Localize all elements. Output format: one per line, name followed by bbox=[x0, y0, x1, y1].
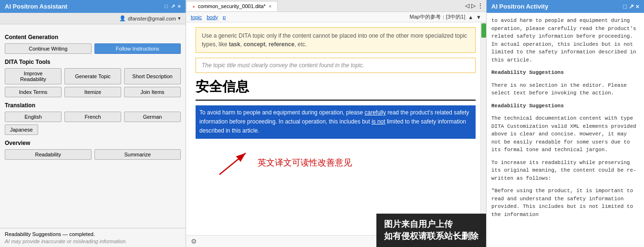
dita-tools-row2: Index Terms Itemize Join Items bbox=[5, 87, 181, 97]
right-panel: AI Positron Activity □ ↗ × to avoid harm… bbox=[487, 0, 644, 247]
tab-bar: ● common_security_0001.dita* × ◁ ▷ ⋮ bbox=[186, 0, 486, 12]
annotation-label: 英文译文可读性改善意见 bbox=[258, 157, 352, 168]
right-panel-header: AI Positron Activity □ ↗ × bbox=[487, 0, 644, 13]
scroll-thumb bbox=[481, 23, 486, 38]
right-section-1-head: Readability Suggestions bbox=[491, 69, 639, 77]
short-description-button[interactable]: Short Description bbox=[124, 68, 181, 84]
annotation-area: 英文译文可读性改善意见 bbox=[196, 148, 476, 177]
right-maximize-icon[interactable]: ↗ bbox=[629, 3, 634, 10]
dita-tools-row1: Improve Readability Generate Topic Short… bbox=[5, 68, 181, 84]
middle-panel: ● common_security_0001.dita* × ◁ ▷ ⋮ top… bbox=[186, 0, 487, 247]
german-button[interactable]: German bbox=[124, 112, 181, 122]
overview-row1: Readability Summarize bbox=[5, 149, 181, 160]
user-bar: 👤 dfanster@gmail.com ▾ bbox=[0, 13, 186, 24]
editor-footer: ⚙ bbox=[186, 235, 486, 247]
right-panel-title: AI Positron Activity bbox=[491, 3, 548, 10]
topic-title: 安全信息 bbox=[196, 78, 476, 101]
breadcrumb-body[interactable]: body bbox=[207, 14, 218, 20]
right-section-3-quote: "Before using the product, it is importa… bbox=[491, 187, 639, 218]
right-section-2-body: The technical documentation content with… bbox=[491, 114, 639, 154]
english-button[interactable]: English bbox=[5, 112, 62, 122]
warning-text: Use a generic DITA topic only if the con… bbox=[202, 32, 467, 48]
translation-row1: English French German bbox=[5, 112, 181, 122]
breadcrumb-left: topic body p bbox=[191, 14, 226, 20]
breadcrumb-right: Map中的参考：[3中的1] ▲ ▼ bbox=[409, 13, 481, 21]
content-generation-label: Content Generation bbox=[5, 34, 181, 41]
follow-instructions-button[interactable]: Follow Instructions bbox=[94, 43, 181, 54]
maximize-icon[interactable]: ↗ bbox=[171, 3, 175, 10]
user-dropdown-icon[interactable]: ▾ bbox=[178, 15, 181, 21]
disclaimer-text: AI may provide inaccurate or misleading … bbox=[5, 238, 181, 244]
left-panel-title: AI Positron Assistant bbox=[5, 3, 67, 10]
active-tab[interactable]: ● common_security_0001.dita* × bbox=[186, 1, 278, 11]
selected-paragraph: To avoid harm to people and equipment du… bbox=[196, 105, 476, 139]
right-close-icon[interactable]: × bbox=[635, 3, 639, 10]
itemize-button[interactable]: Itemize bbox=[64, 87, 121, 97]
close-icon[interactable]: × bbox=[178, 3, 181, 10]
readability-button[interactable]: Readability bbox=[5, 149, 92, 160]
left-panel-header: AI Positron Assistant □ ↗ × bbox=[0, 0, 186, 13]
japanese-button[interactable]: Japanese bbox=[5, 124, 38, 135]
generate-topic-button[interactable]: Generate Topic bbox=[64, 68, 121, 84]
right-section-2-head: Readability Suggestions bbox=[491, 102, 639, 110]
translation-label: Translation bbox=[5, 102, 181, 109]
status-text: Readability Suggestions — completed. bbox=[5, 231, 181, 237]
overview-label: Overview bbox=[5, 140, 181, 146]
scroll-bar[interactable] bbox=[480, 22, 486, 235]
join-items-button[interactable]: Join Items bbox=[124, 87, 181, 97]
editor-area[interactable]: Use a generic DITA topic only if the con… bbox=[186, 22, 486, 235]
left-panel-content: Content Generation Continue Writing Foll… bbox=[0, 24, 186, 228]
continue-writing-button[interactable]: Continue Writing bbox=[5, 43, 92, 54]
tab-nav-right-icon[interactable]: ▷ bbox=[471, 2, 476, 9]
right-content-intro: to avoid harm to people and equipment du… bbox=[491, 17, 639, 64]
minimize-icon[interactable]: □ bbox=[165, 3, 168, 10]
tab-close-icon[interactable]: × bbox=[269, 3, 271, 9]
tab-nav-icons: ◁ ▷ ⋮ bbox=[462, 0, 486, 11]
tab-nav-menu-icon[interactable]: ⋮ bbox=[478, 2, 483, 9]
summarize-button[interactable]: Summarize bbox=[94, 149, 181, 160]
right-section-3-intro: To increase its readability while preser… bbox=[491, 159, 639, 183]
breadcrumb-down-icon[interactable]: ▼ bbox=[476, 14, 481, 20]
tab-modified-dot: ● bbox=[192, 4, 195, 9]
left-panel: AI Positron Assistant □ ↗ × 👤 dfanster@g… bbox=[0, 0, 186, 247]
index-terms-button[interactable]: Index Terms bbox=[5, 87, 62, 97]
info-text: The topic title must clearly convey the … bbox=[202, 62, 364, 69]
right-panel-header-icons: □ ↗ × bbox=[623, 3, 639, 10]
right-minimize-icon[interactable]: □ bbox=[623, 3, 627, 10]
gear-icon[interactable]: ⚙ bbox=[191, 237, 197, 245]
svg-line-1 bbox=[219, 153, 246, 175]
breadcrumb-topic[interactable]: topic bbox=[191, 14, 202, 20]
left-footer: Readability Suggestions — completed. AI … bbox=[0, 228, 186, 247]
french-button[interactable]: French bbox=[64, 112, 121, 122]
tab-filename: common_security_0001.dita* bbox=[198, 3, 266, 9]
content-generation-buttons: Continue Writing Follow Instructions bbox=[5, 43, 181, 54]
user-avatar-icon: 👤 bbox=[119, 15, 126, 21]
dita-warning-box: Use a generic DITA topic only if the con… bbox=[196, 27, 476, 53]
breadcrumb-up-icon[interactable]: ▲ bbox=[468, 14, 473, 20]
translation-row2: Japanese bbox=[5, 124, 181, 135]
breadcrumb-bar: topic body p Map中的参考：[3中的1] ▲ ▼ bbox=[186, 12, 486, 22]
breadcrumb-p[interactable]: p bbox=[223, 14, 226, 20]
topic-title-hint-box: The topic title must clearly convey the … bbox=[196, 58, 476, 73]
right-section-1-body: There is no selection in the editor. Ple… bbox=[491, 82, 639, 97]
dita-topic-tools-label: DITA Topic Tools bbox=[5, 59, 181, 65]
red-arrow-icon bbox=[215, 148, 253, 177]
improve-readability-button[interactable]: Improve Readability bbox=[5, 68, 62, 84]
right-panel-content: to avoid harm to people and equipment du… bbox=[487, 13, 644, 247]
left-panel-header-icons: □ ↗ × bbox=[165, 3, 181, 10]
user-email: dfanster@gmail.com bbox=[128, 16, 176, 21]
tab-nav-left-icon[interactable]: ◁ bbox=[465, 2, 469, 9]
editor-content: Use a generic DITA topic only if the con… bbox=[186, 22, 486, 182]
map-ref-label: Map中的参考：[3中的1] bbox=[409, 13, 465, 21]
